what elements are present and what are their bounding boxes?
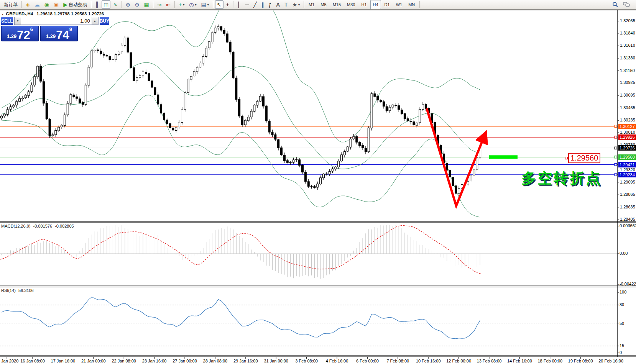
mt4-application: 新订单◈☁◉▣▶自动交易║◫∿⊕⊖▦⇥⇤+▾◷▾▤▾↖+│─╱∥ƒAT★▾M1M… (0, 0, 636, 364)
toolbar-separator (213, 1, 213, 8)
templates-button[interactable]: ▤▾ (199, 0, 211, 9)
price-level-anchor (565, 157, 568, 159)
price-tick-label: 1.28635 (620, 205, 635, 209)
tf-m30-button[interactable]: M30 (344, 0, 358, 9)
price-level-annotation[interactable]: 1.29560 (568, 153, 600, 163)
price-marker-label: 1.29926 (618, 134, 636, 140)
macd-indicator-label: MACD(12,26,9) -0.001576 -0.002805 (1, 224, 74, 228)
macd-value-main: -0.001576 (33, 224, 52, 228)
autotrading-button[interactable]: ▶自动交易 (61, 0, 89, 9)
toolbar-group: ◈☁◉▣▶自动交易 (23, 0, 89, 9)
tile-windows-button[interactable]: ▦ (142, 0, 151, 9)
time-axis-label: 17 Jan 16:00 (51, 359, 76, 363)
indicators-glyph: + (179, 2, 182, 7)
buy-price-pip: 9 (69, 26, 72, 32)
buy-price-button[interactable]: 1.29 74 9 (40, 26, 78, 41)
time-axis-label: 3 Feb 08:00 (295, 359, 318, 363)
text-button[interactable]: A (274, 0, 282, 9)
toolbar-separator (91, 1, 91, 8)
price-tick-label: 1.30010 (620, 130, 635, 134)
zoom-out-button[interactable]: ⊖ (133, 0, 141, 9)
tf-h1-button-label: H1 (361, 2, 366, 7)
indicators-button[interactable]: +▾ (177, 0, 186, 9)
sell-tab[interactable]: SELL (1, 17, 13, 25)
time-axis-label: 29 Jan 16:00 (233, 359, 258, 363)
volume-increase-button[interactable]: ▴ (92, 17, 98, 25)
community-icon[interactable]: ☁ (33, 0, 42, 9)
label-glyph: T (284, 2, 288, 7)
chart-shift-button[interactable]: ⇤ (164, 0, 173, 9)
autotrading-glyph: ▶ (63, 2, 67, 7)
line-chart-glyph: ∿ (113, 2, 118, 7)
tf-m5-button-label: M5 (320, 2, 326, 7)
toolbar-separator (233, 1, 233, 8)
toolbar-separator (21, 1, 22, 8)
time-axis-label: 7 Feb 08:00 (386, 359, 409, 363)
volume-decrease-button[interactable]: ▾ (15, 17, 21, 25)
search-icon[interactable] (610, 0, 620, 9)
tf-m5-button[interactable]: M5 (318, 0, 329, 9)
shapes-glyph: ★ (293, 2, 297, 7)
rsi-name: RSI(14) (1, 288, 16, 293)
buy-tab[interactable]: BUY (100, 17, 109, 25)
time-axis-label: 15 Jan 2020 (0, 359, 18, 363)
dropdown-arrow-icon: ▾ (183, 3, 184, 7)
tf-w1-button[interactable]: W1 (393, 0, 405, 9)
bar-chart-button[interactable]: ║ (93, 0, 101, 9)
signals-icon[interactable]: ◉ (43, 0, 51, 9)
rsi-value: 56.3106 (18, 288, 34, 293)
fibonacci-button[interactable]: ƒ (267, 0, 274, 9)
price-tick-label: 1.31610 (620, 43, 635, 48)
volume-input[interactable] (21, 17, 92, 25)
chart-marker-icon: ▴ (2, 13, 3, 16)
time-axis-label: 22 Jan 08:00 (112, 359, 136, 363)
candlestick-glyph: ◫ (104, 2, 108, 7)
toolbar-group: M1M5M15M30H1H4D1W1MN (306, 0, 418, 9)
bar-chart-glyph: ║ (95, 2, 99, 7)
sell-price-button[interactable]: 1.29 72 6 (1, 26, 39, 41)
tf-h4-button[interactable]: H4 (370, 0, 381, 9)
label-button[interactable]: T (283, 0, 290, 9)
toolbar-separator (122, 1, 122, 8)
tf-m1-button[interactable]: M1 (306, 0, 317, 9)
tf-h1-button[interactable]: H1 (358, 0, 369, 9)
vertical-line-button[interactable]: │ (235, 0, 243, 9)
crosshair-glyph: + (226, 2, 229, 7)
tf-m15-button[interactable]: M15 (330, 0, 343, 9)
zoom-in-button[interactable]: ⊕ (124, 0, 132, 9)
candlestick-button[interactable]: ◫ (102, 0, 110, 9)
main-toolbar: 新订单◈☁◉▣▶自动交易║◫∿⊕⊖▦⇥⇤+▾◷▾▤▾↖+│─╱∥ƒAT★▾M1M… (0, 0, 636, 10)
shapes-button[interactable]: ★▾ (291, 0, 302, 9)
auto-scroll-button[interactable]: ⇥ (155, 0, 164, 9)
periods-button[interactable]: ◷▾ (187, 0, 198, 9)
time-axis-label: 18 Feb 00:00 (537, 359, 562, 363)
macd-scale-label: 0.003667 (620, 223, 636, 228)
toolbar-group: +▾◷▾▤▾ (176, 0, 211, 9)
sell-price-main: 72 (17, 30, 30, 40)
tf-mn-button-label: MN (408, 2, 415, 7)
history-badge-icon[interactable]: ◈ (24, 0, 32, 9)
chat-icon[interactable] (621, 0, 632, 9)
tf-d1-button[interactable]: D1 (382, 0, 393, 9)
line-chart-button[interactable]: ∿ (111, 0, 120, 9)
toolbar-separator (419, 1, 420, 8)
auto-scroll-glyph: ⇥ (157, 2, 162, 7)
tf-mn-button[interactable]: MN (406, 0, 417, 9)
toolbar-group (610, 0, 632, 9)
zoom-in-glyph: ⊕ (126, 2, 130, 7)
periods-glyph: ◷ (189, 2, 194, 7)
chart-shift-glyph: ⇤ (166, 2, 171, 7)
channel-glyph: ∥ (261, 2, 264, 7)
price-tick-label: 1.31380 (620, 56, 635, 60)
horizontal-line-button[interactable]: ─ (243, 0, 251, 9)
new-order-button[interactable]: 新订单 (2, 0, 20, 9)
market-icon[interactable]: ▣ (52, 0, 61, 9)
trendline-button[interactable]: ╱ (251, 0, 258, 9)
turning-point-note[interactable]: 多空转折点 (521, 169, 602, 188)
price-tick-label: 1.31150 (620, 68, 635, 73)
cursor-button[interactable]: ↖ (215, 0, 224, 9)
channel-button[interactable]: ∥ (260, 0, 266, 9)
chart-title: ▴ GBPUSD-,H4 1.29618 1.29798 1.29563 1.2… (2, 11, 104, 16)
crosshair-button[interactable]: + (224, 0, 231, 9)
autotrading-button-label: 自动交易 (69, 2, 87, 8)
